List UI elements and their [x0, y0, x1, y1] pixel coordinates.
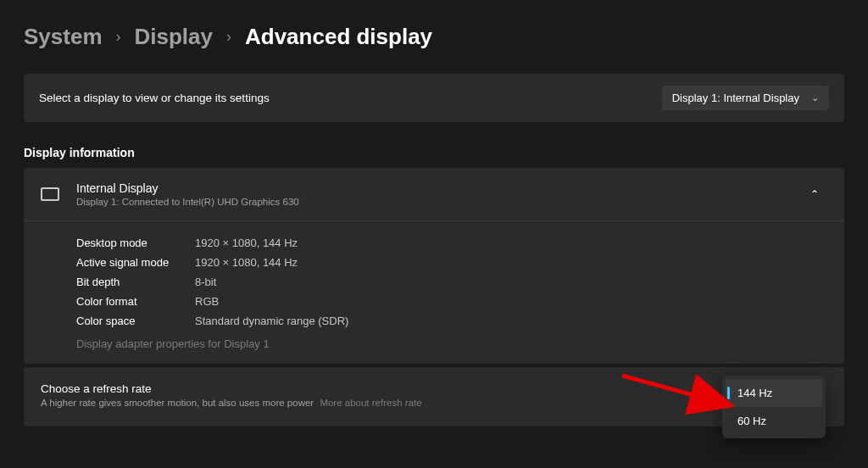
refresh-rate-title: Choose a refresh rate — [41, 382, 422, 395]
refresh-rate-option-60[interactable]: 60 Hz — [726, 407, 822, 435]
refresh-rate-dropdown-flyout: 144 Hz 60 Hz — [722, 376, 826, 438]
display-selector-value: Display 1: Internal Display — [672, 92, 799, 104]
info-row-desktop-mode: Desktop mode 1920 × 1080, 144 Hz — [76, 233, 827, 253]
display-info-header-text: Internal Display Display 1: Connected to… — [76, 181, 785, 207]
refresh-rate-card: Choose a refresh rate A higher rate give… — [24, 367, 844, 426]
display-info-body: Desktop mode 1920 × 1080, 144 Hz Active … — [24, 221, 844, 364]
select-display-card: Select a display to view or change its s… — [24, 74, 844, 122]
info-row-color-format: Color format RGB — [76, 292, 827, 311]
chevron-up-icon[interactable]: ⌃ — [802, 183, 827, 205]
info-row-active-signal: Active signal mode 1920 × 1080, 144 Hz — [76, 253, 827, 272]
display-adapter-properties-link[interactable]: Display adapter properties for Display 1 — [76, 331, 827, 352]
display-info-section-title: Display information — [24, 146, 844, 159]
refresh-rate-sub: A higher rate gives smoother motion, but… — [41, 398, 422, 408]
refresh-rate-option-144[interactable]: 144 Hz — [726, 379, 822, 407]
breadcrumb: System › Display › Advanced display — [24, 24, 844, 50]
refresh-rate-more-link[interactable]: More about refresh rate — [320, 398, 421, 408]
display-info-header-sub: Display 1: Connected to Intel(R) UHD Gra… — [76, 197, 785, 207]
refresh-rate-text: Choose a refresh rate A higher rate give… — [41, 382, 422, 408]
info-row-color-space: Color space Standard dynamic range (SDR) — [76, 311, 827, 331]
info-key: Bit depth — [76, 276, 195, 288]
display-selector-dropdown[interactable]: Display 1: Internal Display ⌄ — [662, 86, 829, 110]
select-display-label: Select a display to view or change its s… — [39, 92, 270, 104]
breadcrumb-system[interactable]: System — [24, 24, 103, 50]
info-row-bit-depth: Bit depth 8-bit — [76, 272, 827, 292]
display-info-card: Internal Display Display 1: Connected to… — [24, 168, 844, 364]
info-key: Color space — [76, 315, 195, 327]
display-info-header-title: Internal Display — [76, 181, 785, 195]
svg-line-1 — [622, 376, 727, 404]
info-key: Active signal mode — [76, 256, 195, 269]
info-value: RGB — [195, 295, 219, 308]
breadcrumb-advanced-display: Advanced display — [245, 24, 432, 50]
display-info-header[interactable]: Internal Display Display 1: Connected to… — [24, 168, 844, 221]
info-value: 8-bit — [195, 276, 216, 288]
info-value: 1920 × 1080, 144 Hz — [195, 256, 298, 269]
breadcrumb-display[interactable]: Display — [135, 24, 214, 50]
info-key: Color format — [76, 295, 195, 308]
chevron-right-icon: › — [116, 28, 121, 46]
refresh-rate-sub-text: A higher rate gives smoother motion, but… — [41, 398, 314, 408]
chevron-right-icon: › — [226, 28, 231, 46]
monitor-icon — [41, 187, 59, 201]
chevron-down-icon: ⌄ — [811, 92, 819, 103]
info-value: 1920 × 1080, 144 Hz — [195, 237, 298, 249]
info-value: Standard dynamic range (SDR) — [195, 315, 348, 327]
info-key: Desktop mode — [76, 237, 195, 249]
